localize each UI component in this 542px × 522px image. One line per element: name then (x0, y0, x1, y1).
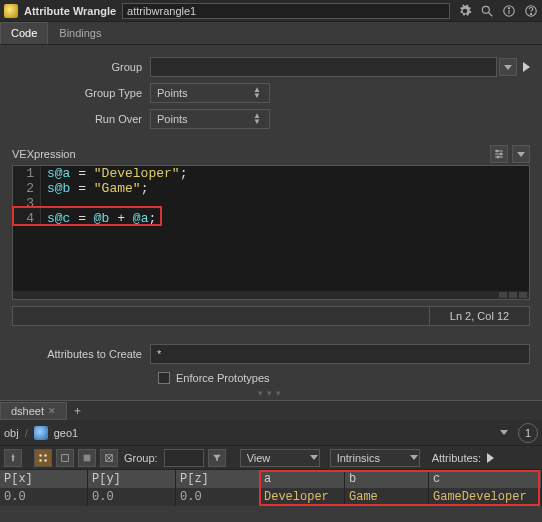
svg-line-1 (489, 12, 493, 16)
line-number: 2 (13, 181, 41, 196)
run-over-value: Points (157, 113, 188, 125)
prim-mode-icon[interactable] (78, 449, 96, 467)
path-dropdown-icon[interactable] (500, 430, 508, 435)
line-number: 4 (13, 211, 41, 226)
chevron-updown-icon: ▲▼ (251, 87, 263, 99)
points-mode-icon[interactable] (34, 449, 52, 467)
search-icon[interactable] (480, 4, 494, 18)
geo-icon (34, 426, 48, 440)
info-icon[interactable] (502, 4, 516, 18)
vex-status-left (12, 306, 430, 326)
svg-point-13 (39, 454, 42, 457)
group-type-label: Group Type (0, 87, 150, 99)
svg-point-12 (497, 156, 499, 158)
node-name-input[interactable] (122, 3, 450, 19)
svg-rect-18 (84, 454, 91, 461)
frame-button[interactable]: 1 (518, 423, 538, 443)
group-type-dropdown[interactable]: Points ▲▼ (150, 83, 270, 103)
vex-cursor-status: Ln 2, Col 12 (430, 306, 530, 326)
add-tab-button[interactable]: ＋ (67, 403, 87, 418)
filter-icon[interactable] (208, 449, 226, 467)
breadcrumb-obj[interactable]: obj (4, 427, 19, 439)
col-header-px[interactable]: P[x] (0, 470, 88, 488)
cell-py: 0.0 (88, 488, 176, 506)
vex-code-editor[interactable]: 1 s@a = "Developer"; 2 s@b = "Game"; 3 4… (12, 165, 530, 300)
detail-mode-icon[interactable] (100, 449, 118, 467)
scroll-end-icon[interactable] (519, 292, 527, 298)
col-header-c[interactable]: c (429, 470, 542, 488)
svg-point-6 (530, 13, 531, 14)
spreadsheet-tab-label: dsheet (11, 405, 44, 417)
group-filter-label: Group: (124, 452, 158, 464)
vex-sliders-icon[interactable] (490, 145, 508, 163)
spreadsheet-tab[interactable]: dsheet ✕ (0, 402, 67, 420)
group-filter-input[interactable] (164, 449, 204, 467)
col-header-pz[interactable]: P[z] (176, 470, 260, 488)
vexpression-label: VEXpression (12, 148, 76, 160)
col-header-b[interactable]: b (345, 470, 429, 488)
vertex-mode-icon[interactable] (56, 449, 74, 467)
tab-bindings[interactable]: Bindings (48, 22, 112, 44)
svg-point-10 (496, 150, 498, 152)
view-label: View (247, 452, 271, 464)
vex-menu-icon[interactable] (512, 145, 530, 163)
help-icon[interactable] (524, 4, 538, 18)
attrs-create-input[interactable] (150, 344, 530, 364)
chevron-updown-icon: ▲▼ (251, 113, 263, 125)
svg-point-15 (39, 459, 42, 462)
scroll-left-icon[interactable] (499, 292, 507, 298)
cell-a: Developer (260, 488, 345, 506)
attributes-label: Attributes: (432, 452, 482, 464)
resize-grip-icon[interactable]: ▾▾▾ (0, 388, 542, 398)
group-select-arrow-icon[interactable] (523, 62, 530, 72)
cell-c: GameDeveloper (429, 488, 542, 506)
col-header-py[interactable]: P[y] (88, 470, 176, 488)
scroll-right-icon[interactable] (509, 292, 517, 298)
cell-b: Game (345, 488, 429, 506)
node-type-title: Attribute Wrangle (24, 5, 116, 17)
table-row[interactable]: 0.0 0.0 0.0 Developer Game GameDeveloper (0, 488, 542, 506)
tab-code[interactable]: Code (0, 22, 48, 44)
svg-rect-17 (62, 454, 69, 461)
enforce-label: Enforce Prototypes (176, 372, 270, 384)
pin-icon[interactable] (4, 449, 22, 467)
chevron-down-icon (310, 455, 318, 460)
svg-point-14 (44, 454, 47, 457)
group-dropdown-icon[interactable] (499, 58, 517, 76)
svg-point-16 (44, 459, 47, 462)
cell-px: 0.0 (0, 488, 88, 506)
svg-point-0 (482, 6, 489, 13)
line-number: 1 (13, 166, 41, 181)
cell-pz: 0.0 (176, 488, 260, 506)
svg-point-4 (508, 7, 509, 8)
group-input[interactable] (150, 57, 497, 77)
view-dropdown[interactable]: View (240, 449, 320, 467)
attributes-arrow-icon[interactable] (487, 453, 494, 463)
col-header-a[interactable]: a (260, 470, 345, 488)
breadcrumb-geo[interactable]: geo1 (54, 427, 78, 439)
intrinsics-label: Intrinsics (337, 452, 380, 464)
run-over-dropdown[interactable]: Points ▲▼ (150, 109, 270, 129)
gear-icon[interactable] (458, 4, 472, 18)
node-type-icon (4, 4, 18, 18)
svg-point-11 (500, 153, 502, 155)
intrinsics-dropdown[interactable]: Intrinsics (330, 449, 420, 467)
run-over-label: Run Over (0, 113, 150, 125)
close-icon[interactable]: ✕ (48, 406, 56, 416)
group-type-value: Points (157, 87, 188, 99)
chevron-down-icon (410, 455, 418, 460)
line-number: 3 (13, 196, 41, 211)
attrs-create-label: Attributes to Create (0, 348, 150, 360)
enforce-checkbox[interactable] (158, 372, 170, 384)
group-label: Group (0, 61, 150, 73)
